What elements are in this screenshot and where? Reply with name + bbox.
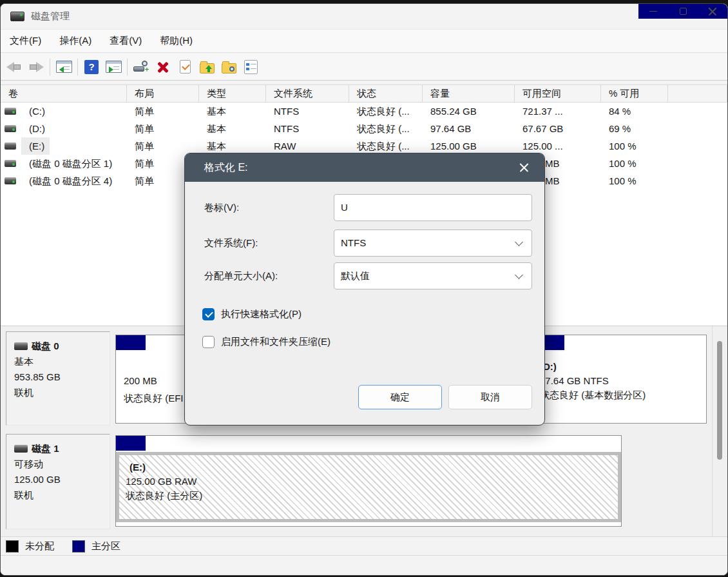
maximize-button[interactable]	[668, 4, 698, 20]
status-bar	[1, 555, 727, 576]
vertical-scrollbar[interactable]	[712, 326, 726, 536]
disk-type: 可移动	[14, 456, 110, 472]
disk-status: 联机	[14, 385, 110, 400]
disk-status: 联机	[14, 487, 110, 503]
scrollbar-thumb[interactable]	[717, 341, 722, 460]
file-system-select[interactable]: NTFS	[334, 230, 532, 257]
quick-format-label: 执行快速格式化(P)	[221, 308, 302, 320]
format-dialog: 格式化 E: 卷标(V): U 文件系统(F): NTFS 分配单元大小(A):…	[184, 153, 545, 425]
legend-swatch-unallocated	[6, 540, 19, 553]
cell-pct: 100 %	[601, 172, 668, 190]
toolbar	[1, 54, 727, 81]
disk1-partition-e-selected[interactable]: (E:) 125.00 GB RAW 状态良好 (主分区)	[115, 435, 622, 527]
legend-label-unallocated: 未分配	[25, 540, 54, 553]
table-row-c[interactable]: (C:) 简单 基本 NTFS 状态良好 (... 855.24 GB 721.…	[1, 103, 727, 120]
toolbar-separator	[50, 59, 50, 75]
minimize-button[interactable]	[638, 4, 668, 20]
disk-name: 磁盘 0	[32, 338, 59, 354]
file-system-label: 文件系统(F):	[204, 230, 258, 257]
dialog-close-button[interactable]	[515, 159, 533, 177]
col-volume[interactable]: 卷	[1, 85, 127, 102]
compression-row[interactable]: 启用文件和文件夹压缩(E)	[202, 336, 330, 348]
quick-format-row[interactable]: 执行快速格式化(P)	[202, 308, 302, 320]
partition-color-bar	[116, 436, 146, 452]
ok-button[interactable]: 确定	[358, 385, 442, 409]
panel-left-toggle-button[interactable]	[53, 57, 75, 77]
toolbar-separator	[127, 59, 128, 75]
allocation-unit-select[interactable]: 默认值	[334, 262, 532, 289]
cell-fs: NTFS	[266, 103, 349, 120]
disk-name: 磁盘 1	[32, 441, 59, 456]
close-button[interactable]	[698, 4, 727, 20]
explore-button[interactable]	[218, 57, 240, 77]
menu-help[interactable]: 帮助(H)	[151, 30, 202, 52]
cell-layout: 简单	[127, 120, 199, 137]
disk0-partition-d[interactable]: (D:) 97.64 GB NTFS 状态良好 (基本数据分区)	[534, 335, 707, 424]
menubar: 文件(F) 操作(A) 查看(V) 帮助(H)	[1, 29, 727, 53]
menu-file[interactable]: 文件(F)	[1, 30, 50, 52]
cell-layout: 简单	[127, 103, 199, 120]
titlebar: 磁盘管理	[1, 4, 727, 29]
partition-color-bar	[116, 335, 146, 351]
chevron-down-icon	[515, 238, 523, 246]
close-icon	[519, 163, 529, 173]
close-icon	[708, 7, 717, 16]
col-free-space[interactable]: 可用空间	[515, 85, 601, 102]
menu-view[interactable]: 查看(V)	[101, 30, 151, 52]
quick-format-checkbox[interactable]	[202, 308, 215, 320]
partition-size: 97.64 GB NTFS	[540, 374, 706, 388]
volume-drive-icon	[5, 142, 16, 150]
cell-capacity: 97.64 GB	[423, 120, 515, 137]
list-header: 卷 布局 类型 文件系统 状态 容量 可用空间 % 可用	[1, 85, 727, 103]
col-layout[interactable]: 布局	[127, 85, 199, 102]
cell-free: 67.67 GB	[515, 120, 601, 137]
cancel-button[interactable]: 取消	[448, 385, 532, 409]
folder-up-button[interactable]	[196, 57, 218, 77]
col-type[interactable]: 类型	[199, 85, 266, 102]
col-pct-free[interactable]: % 可用	[601, 85, 668, 102]
volume-label-input[interactable]: U	[334, 194, 532, 221]
disk0-label[interactable]: 磁盘 0 基本 953.85 GB 联机	[6, 331, 110, 425]
compression-checkbox[interactable]	[202, 336, 215, 348]
cell-capacity: 125.00 GB	[423, 137, 515, 155]
cell-free: 125.00 ...	[515, 137, 601, 155]
task-list-icon	[244, 60, 258, 74]
panel-right-toggle-button[interactable]	[102, 57, 124, 77]
cell-status: 状态良好 (...	[349, 103, 423, 120]
table-row-d[interactable]: (D:) 简单 基本 NTFS 状态良好 (... 97.64 GB 67.67…	[1, 120, 727, 137]
chevron-down-icon	[515, 271, 523, 279]
disk-size: 125.00 GB	[14, 472, 110, 487]
legend-swatch-primary	[72, 540, 85, 553]
rescan-icon	[133, 61, 149, 73]
delete-volume-button[interactable]	[152, 57, 174, 77]
file-system-value: NTFS	[341, 237, 366, 248]
back-button[interactable]	[3, 57, 25, 77]
cell-capacity: 855.24 GB	[423, 103, 515, 120]
rescan-disks-button[interactable]	[130, 57, 152, 77]
legend-bar: 未分配 主分区	[1, 536, 727, 555]
cell-pct: 100 %	[601, 137, 668, 155]
help-button[interactable]	[81, 57, 102, 77]
cell-pct: 69 %	[601, 120, 668, 137]
dialog-title: 格式化 E:	[204, 161, 248, 175]
col-filesystem[interactable]: 文件系统	[266, 85, 349, 102]
volume-name: (磁盘 0 磁盘分区 4)	[21, 172, 112, 190]
menu-action[interactable]: 操作(A)	[50, 30, 101, 52]
volume-drive-icon	[5, 108, 16, 115]
cell-pct: 100 %	[601, 155, 668, 172]
dialog-titlebar: 格式化 E:	[185, 153, 544, 182]
maximize-icon	[680, 8, 687, 15]
selected-partition-hatch: (E:) 125.00 GB RAW 状态良好 (主分区)	[116, 452, 621, 522]
cell-status: 状态良好 (...	[349, 137, 423, 155]
task-list-button[interactable]	[240, 57, 262, 77]
panel-right-icon	[106, 61, 122, 73]
col-status[interactable]: 状态	[349, 85, 423, 102]
properties-button[interactable]	[174, 57, 196, 77]
app-disk-icon	[10, 12, 24, 21]
disk1-label[interactable]: 磁盘 1 可移动 125.00 GB 联机	[6, 434, 110, 529]
table-row-e-selected[interactable]: (E:) 简单 基本 RAW 状态良好 (... 125.00 GB 125.0…	[1, 137, 727, 155]
col-capacity[interactable]: 容量	[423, 85, 515, 102]
cell-type: 基本	[199, 120, 266, 137]
forward-button[interactable]	[25, 57, 47, 77]
disk-icon	[14, 342, 28, 350]
